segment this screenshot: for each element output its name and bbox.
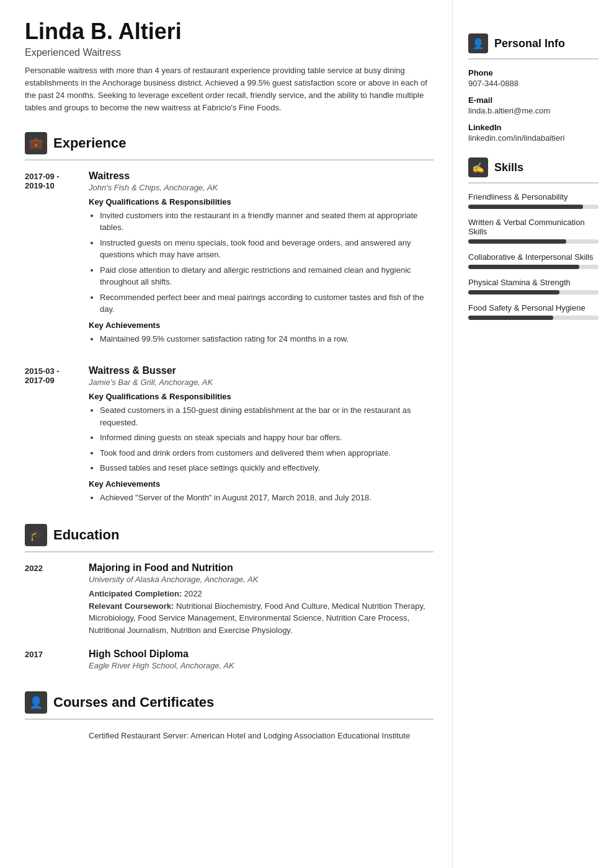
education-entry-2: 2017 High School Diploma Eagle River Hig… <box>25 649 434 674</box>
skill-name-1: Written & Verbal Communication Skills <box>468 218 598 236</box>
skills-list: Friendliness & Personability Written & V… <box>468 192 598 320</box>
skill-bar-fill-4 <box>468 316 553 320</box>
coursework-label: Relevant Coursework: <box>89 601 174 611</box>
job-title-1: Waitress <box>89 170 434 182</box>
experience-entry-1: 2017-09 - 2019-10 Waitress John's Fish &… <box>25 170 434 348</box>
phone-item: Phone 907-344-0888 <box>468 68 598 88</box>
phone-value: 907-344-0888 <box>468 79 598 88</box>
education-entry-1: 2022 Majoring in Food and Nutrition Univ… <box>25 562 434 636</box>
skill-bar-bg-2 <box>468 265 598 269</box>
skills-divider <box>468 182 598 184</box>
company-1: John's Fish & Chips, Anchorage, AK <box>89 183 434 192</box>
skill-item-0: Friendliness & Personability <box>468 192 598 209</box>
skill-item-1: Written & Verbal Communication Skills <box>468 218 598 244</box>
qual-label-2: Key Qualifications & Responsibilities <box>89 392 434 401</box>
company-2: Jamie's Bar & Grill, Anchorage, AK <box>89 378 434 387</box>
achievement-2-1: Achieved "Server of the Month" in August… <box>100 492 434 504</box>
skills-icon: ✍ <box>468 157 488 177</box>
courses-icon: 👤 <box>25 691 47 714</box>
email-value: linda.b.altieri@me.com <box>468 106 598 115</box>
skill-bar-bg-1 <box>468 239 598 244</box>
bullet-1-1: Invited customers into the restaurant in… <box>100 210 434 234</box>
skill-bar-fill-2 <box>468 265 579 269</box>
ach-label-1: Key Achievements <box>89 321 434 330</box>
bullet-2-3: Took food and drink orders from customer… <box>100 447 434 459</box>
bullet-2-1: Seated customers in a 150-guest dining e… <box>100 404 434 428</box>
exp-content-1: Waitress John's Fish & Chips, Anchorage,… <box>89 170 434 348</box>
personal-info-icon: 👤 <box>468 33 488 53</box>
candidate-summary: Personable waitress with more than 4 yea… <box>25 64 434 115</box>
courses-entry-1: Certified Restaurant Server: American Ho… <box>25 730 434 742</box>
qual-label-1: Key Qualifications & Responsibilities <box>89 197 434 206</box>
skill-bar-bg-0 <box>468 205 598 209</box>
bullet-2-2: Informed dining guests on steak specials… <box>100 432 434 444</box>
bullet-1-3: Paid close attention to dietary and alle… <box>100 264 434 288</box>
completion-value: 2022 <box>184 589 202 598</box>
education-icon: 🎓 <box>25 524 47 546</box>
edu-coursework-1: Relevant Coursework: Nutritional Biochem… <box>89 600 434 637</box>
exp-date-2: 2015-03 - 2017-09 <box>25 365 78 507</box>
school-2: Eagle River High School, Anchorage, AK <box>89 661 234 670</box>
linkedin-value: linkedin.com/in/lindabaltieri <box>468 133 598 143</box>
resume-header: Linda B. Altieri Experienced Waitress Pe… <box>25 19 434 115</box>
exp-date-1: 2017-09 - 2019-10 <box>25 170 78 348</box>
education-divider <box>25 551 434 552</box>
skill-item-4: Food Safety & Personal Hygiene <box>468 303 598 320</box>
experience-icon: 💼 <box>25 132 47 154</box>
skill-bar-bg-3 <box>468 290 598 294</box>
exp-achievements-2: Achieved "Server of the Month" in August… <box>89 492 434 504</box>
edu-content-1: Majoring in Food and Nutrition Universit… <box>89 562 434 636</box>
skill-name-3: Physical Stamina & Strength <box>468 278 598 287</box>
bullet-1-2: Instructed guests on menu specials, took… <box>100 237 434 261</box>
degree-2: High School Diploma <box>89 649 234 660</box>
edu-date-2: 2017 <box>25 649 78 674</box>
ach-label-2: Key Achievements <box>89 479 434 489</box>
skill-bar-bg-4 <box>468 316 598 320</box>
email-item: E-mail linda.b.altieri@me.com <box>468 95 598 115</box>
courses-text: Certified Restaurant Server: American Ho… <box>89 730 410 742</box>
skill-item-3: Physical Stamina & Strength <box>468 278 598 294</box>
skill-name-2: Collaborative & Interpersonal Skills <box>468 252 598 262</box>
linkedin-item: LinkedIn linkedin.com/in/lindabaltieri <box>468 123 598 143</box>
job-title-2: Waitress & Busser <box>89 365 434 376</box>
edu-detail-1: Anticipated Completion: 2022 <box>89 588 434 600</box>
achievement-1-1: Maintained 99.5% customer satisfaction r… <box>100 333 434 345</box>
exp-achievements-1: Maintained 99.5% customer satisfaction r… <box>89 333 434 345</box>
candidate-subtitle: Experienced Waitress <box>25 47 434 58</box>
candidate-name: Linda B. Altieri <box>25 19 434 45</box>
email-label: E-mail <box>468 95 598 105</box>
exp-bullets-2: Seated customers in a 150-guest dining e… <box>89 404 434 474</box>
school-1: University of Alaska Anchorage, Anchorag… <box>89 575 434 584</box>
edu-date-1: 2022 <box>25 562 78 636</box>
phone-label: Phone <box>468 68 598 78</box>
education-section-title: 🎓 Education <box>25 524 434 546</box>
skill-name-0: Friendliness & Personability <box>468 192 598 202</box>
edu-content-2: High School Diploma Eagle River High Sch… <box>89 649 234 674</box>
skill-bar-fill-0 <box>468 205 583 209</box>
personal-info-section-title: 👤 Personal Info <box>468 33 598 53</box>
bullet-2-4: Bussed tables and reset place settings q… <box>100 462 434 474</box>
skills-section-title: ✍ Skills <box>468 157 598 177</box>
courses-section-title: 👤 Courses and Certificates <box>25 691 434 714</box>
experience-section-title: 💼 Experience <box>25 132 434 154</box>
courses-divider <box>25 719 434 720</box>
degree-1: Majoring in Food and Nutrition <box>89 562 434 574</box>
skill-name-4: Food Safety & Personal Hygiene <box>468 303 598 312</box>
linkedin-label: LinkedIn <box>468 123 598 132</box>
completion-label: Anticipated Completion: <box>89 589 182 598</box>
exp-content-2: Waitress & Busser Jamie's Bar & Grill, A… <box>89 365 434 507</box>
experience-entry-2: 2015-03 - 2017-09 Waitress & Busser Jami… <box>25 365 434 507</box>
personal-info-divider <box>468 58 598 60</box>
skill-bar-fill-1 <box>468 239 566 244</box>
skill-item-2: Collaborative & Interpersonal Skills <box>468 252 598 269</box>
experience-divider <box>25 159 434 161</box>
skill-bar-fill-3 <box>468 290 559 294</box>
courses-date <box>25 730 78 742</box>
exp-bullets-1: Invited customers into the restaurant in… <box>89 210 434 316</box>
bullet-1-4: Recommended perfect beer and meal pairin… <box>100 291 434 316</box>
